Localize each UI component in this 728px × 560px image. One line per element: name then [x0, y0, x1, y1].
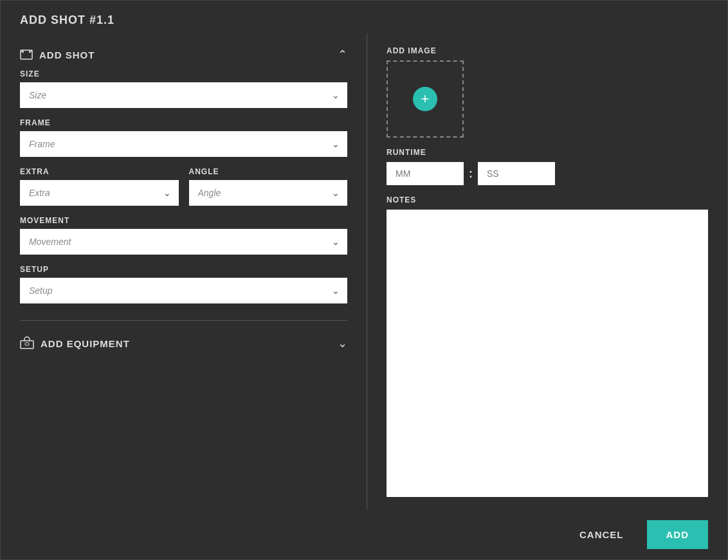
- frame-select-wrapper: Frame ⌄: [20, 131, 347, 157]
- angle-select[interactable]: Angle: [189, 180, 348, 206]
- section-divider: [20, 320, 347, 321]
- extra-select-wrapper: Extra ⌄: [20, 180, 179, 206]
- modal-title: ADD SHOT #1.1: [20, 14, 114, 26]
- plus-icon: +: [421, 92, 430, 106]
- equipment-icon: [20, 336, 34, 350]
- add-button[interactable]: ADD: [647, 520, 709, 549]
- left-panel: ADD SHOT ⌃ SIZE Size ⌄ FRAME: [1, 33, 367, 510]
- modal-body: ADD SHOT ⌃ SIZE Size ⌄ FRAME: [1, 33, 727, 510]
- svg-rect-6: [25, 343, 29, 345]
- setup-field-group: SETUP Setup ⌄: [20, 265, 347, 303]
- runtime-colon: :: [469, 167, 473, 181]
- movement-select[interactable]: Movement: [20, 229, 347, 255]
- setup-select[interactable]: Setup: [20, 278, 347, 303]
- modal-header: ADD SHOT #1.1: [1, 1, 727, 33]
- add-equipment-label: ADD EQUIPMENT: [41, 338, 130, 349]
- movement-label: MOVEMENT: [20, 216, 347, 225]
- runtime-section: RUNTIME :: [387, 148, 708, 185]
- runtime-label: RUNTIME: [387, 148, 708, 157]
- frame-select[interactable]: Frame: [20, 131, 347, 157]
- movement-select-wrapper: Movement ⌄: [20, 229, 347, 255]
- frame-field-group: FRAME Frame ⌄: [20, 118, 347, 157]
- size-select[interactable]: Size: [20, 82, 347, 108]
- extra-label: EXTRA: [20, 167, 179, 176]
- svg-rect-5: [21, 341, 33, 348]
- runtime-inputs: :: [387, 162, 708, 185]
- add-image-section: ADD IMAGE +: [387, 46, 708, 138]
- setup-label: SETUP: [20, 265, 347, 274]
- cancel-button[interactable]: CANCEL: [564, 520, 639, 549]
- extra-field-group: EXTRA Extra ⌄: [20, 167, 179, 206]
- shot-icon: [20, 48, 33, 61]
- image-upload-box[interactable]: +: [387, 60, 464, 138]
- runtime-ss-input[interactable]: [478, 162, 555, 185]
- modal-footer: CANCEL ADD: [1, 510, 727, 559]
- notes-label: NOTES: [387, 195, 708, 204]
- movement-field-group: MOVEMENT Movement ⌄: [20, 216, 347, 255]
- runtime-mm-input[interactable]: [387, 162, 464, 185]
- notes-section: NOTES: [387, 195, 708, 497]
- setup-select-wrapper: Setup ⌄: [20, 278, 347, 303]
- add-equipment-expand-icon[interactable]: ⌄: [338, 336, 347, 350]
- right-panel: ADD IMAGE + RUNTIME : NOTES: [367, 33, 727, 510]
- extra-select[interactable]: Extra: [20, 180, 179, 206]
- add-shot-collapse-icon[interactable]: ⌃: [338, 48, 347, 62]
- add-shot-modal: ADD SHOT #1.1 ADD SHOT: [0, 0, 728, 560]
- size-field-group: SIZE Size ⌄: [20, 69, 347, 108]
- angle-label: ANGLE: [189, 167, 348, 176]
- add-equipment-section-header[interactable]: ADD EQUIPMENT ⌄: [20, 331, 347, 356]
- angle-select-wrapper: Angle ⌄: [189, 180, 348, 206]
- add-image-label: ADD IMAGE: [387, 46, 708, 55]
- angle-field-group: ANGLE Angle ⌄: [189, 167, 348, 206]
- notes-textarea[interactable]: [387, 210, 708, 497]
- add-shot-label: ADD SHOT: [39, 50, 95, 60]
- size-select-wrapper: Size ⌄: [20, 82, 347, 108]
- add-shot-section-header[interactable]: ADD SHOT ⌃: [20, 40, 347, 69]
- add-image-button[interactable]: +: [413, 87, 437, 111]
- size-label: SIZE: [20, 69, 347, 78]
- frame-label: FRAME: [20, 118, 347, 127]
- extra-angle-row: EXTRA Extra ⌄ ANGLE Angle ⌄: [20, 167, 347, 216]
